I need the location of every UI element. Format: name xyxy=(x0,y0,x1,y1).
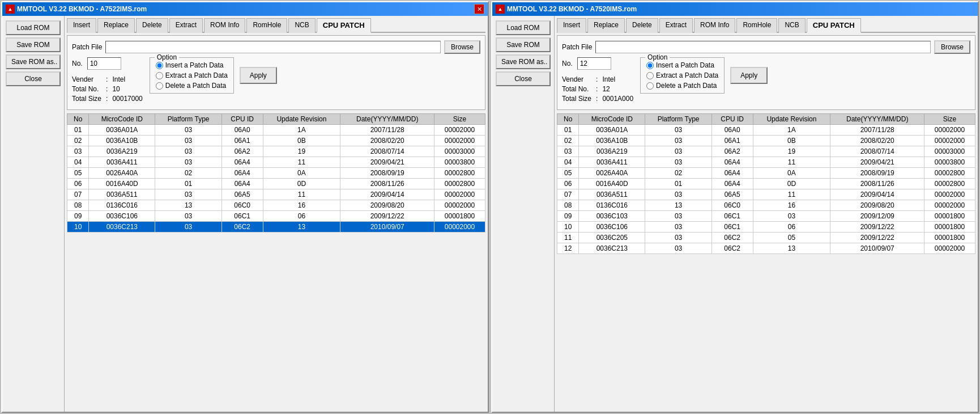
tab-delete-2[interactable]: Delete xyxy=(626,18,658,33)
tab-replace-1[interactable]: Replace xyxy=(97,18,135,33)
info-grid-2: Vender : Intel Total No. : 12 Total Size… xyxy=(562,75,633,103)
table-row[interactable]: 100036C2130306C2132010/09/0700002000 xyxy=(67,222,485,233)
tab-extract-2[interactable]: Extract xyxy=(659,18,693,33)
table-row[interactable]: 070036A5110306A5112009/04/1400002000 xyxy=(557,189,975,200)
window-2: ▲ MMTOOL V3.22 BKMOD - A7520IMS.rom Load… xyxy=(491,1,979,413)
tab-ncb-2[interactable]: NCB xyxy=(778,18,805,33)
table-row[interactable]: 120036C2130306C2132010/09/0700002000 xyxy=(557,243,975,254)
option-row-1a: Insert a Patch Data xyxy=(156,61,228,69)
tab-rom-info-2[interactable]: ROM Info xyxy=(694,18,735,33)
patch-controls-1: No. Vender : Intel Total No. : 10 Total … xyxy=(72,57,480,105)
patch-file-label-1: Patch File xyxy=(72,43,102,51)
table-row[interactable]: 110036C2050306C2052009/12/2200001800 xyxy=(557,233,975,243)
app-icon-2: ▲ xyxy=(496,5,505,14)
browse-btn-1[interactable]: Browse xyxy=(444,40,480,54)
window-1: ▲ MMTOOL V3.22 BKMOD - A7522IMS.rom ✕ Lo… xyxy=(1,1,489,413)
patch-option-col-2: Option Insert a Patch Data Extract a Pat… xyxy=(640,57,768,94)
option-radio-extract-1[interactable] xyxy=(156,72,163,79)
tab-extract-1[interactable]: Extract xyxy=(169,18,203,33)
right-panel-1: Insert Replace Delete Extract ROM Info R… xyxy=(65,16,488,412)
tabs-2: Insert Replace Delete Extract ROM Info R… xyxy=(557,18,975,33)
th-update-revision-1: Update Revision xyxy=(263,114,340,125)
table-area-2: No MicroCode ID Platform Type CPU ID Upd… xyxy=(557,113,975,409)
vender-value-1: Intel xyxy=(112,75,142,83)
tab-insert-1[interactable]: Insert xyxy=(67,18,96,33)
patch-option-col-1: Option Insert a Patch Data Extract a Pat… xyxy=(150,57,277,94)
option-row-2b: Extract a Patch Data xyxy=(646,71,718,79)
tab-ncb-1[interactable]: NCB xyxy=(288,18,315,33)
table-row[interactable]: 080136C0161306C0162009/08/2000002000 xyxy=(557,200,975,211)
th-platform-type-1: Platform Type xyxy=(155,114,222,125)
table-row[interactable]: 010036A01A0306A01A2007/11/2800002000 xyxy=(557,125,975,136)
option-row-1c: Delete a Patch Data xyxy=(156,82,228,90)
option-radio-extract-2[interactable] xyxy=(646,72,654,79)
tab-cpu-patch-2[interactable]: CPU PATCH xyxy=(807,18,861,33)
th-no-2: No xyxy=(557,114,579,125)
table-row[interactable]: 040036A4110306A4112009/04/2100003800 xyxy=(67,157,485,168)
tab-replace-2[interactable]: Replace xyxy=(587,18,625,33)
total-size-value-2: 0001A000 xyxy=(602,95,633,103)
save-rom-as-btn-1[interactable]: Save ROM as.. xyxy=(6,54,61,69)
total-no-label-1: Total No. xyxy=(72,85,101,93)
th-cpu-id-1: CPU ID xyxy=(221,114,263,125)
table-row[interactable]: 070036A5110306A5112009/04/1400002000 xyxy=(67,189,485,200)
table-row[interactable]: 080136C0161306C0162009/08/2000002000 xyxy=(67,200,485,211)
window-title-1: MMTOOL V3.22 BKMOD - A7522IMS.rom xyxy=(17,5,147,13)
no-input-2[interactable] xyxy=(577,57,611,70)
option-label-delete-2: Delete a Patch Data xyxy=(656,82,717,90)
vender-value-2: Intel xyxy=(602,75,633,83)
apply-btn-1[interactable]: Apply xyxy=(240,67,277,84)
table-row[interactable]: 020036A10B0306A10B2008/02/2000002000 xyxy=(557,136,975,146)
table-row[interactable]: 030036A2190306A2192008/07/1400003000 xyxy=(67,146,485,157)
option-radio-delete-1[interactable] xyxy=(156,82,163,90)
option-radio-delete-2[interactable] xyxy=(646,82,654,90)
save-rom-as-btn-2[interactable]: Save ROM as.. xyxy=(496,54,551,69)
patch-area-1: Patch File Browse No. Vender : Intel xyxy=(67,35,485,110)
apply-btn-2[interactable]: Apply xyxy=(730,67,768,84)
table-row[interactable]: 050026A40A0206A40A2008/09/1900002800 xyxy=(557,168,975,179)
tab-romhole-2[interactable]: RomHole xyxy=(736,18,777,33)
th-size-2: Size xyxy=(924,114,975,125)
table-row[interactable]: 090036C1060306C1062009/12/2200001800 xyxy=(67,211,485,222)
no-row-2: No. xyxy=(562,57,633,70)
load-rom-btn-2[interactable]: Load ROM xyxy=(496,20,551,35)
close-window-btn-1[interactable]: ✕ xyxy=(474,4,484,14)
table-row[interactable]: 010036A01A0306A01A2007/11/2800002000 xyxy=(67,125,485,136)
browse-btn-2[interactable]: Browse xyxy=(934,40,970,54)
option-radio-insert-1[interactable] xyxy=(156,62,163,69)
table-row[interactable]: 060016A40D0106A40D2008/11/2600002800 xyxy=(557,179,975,189)
table-row[interactable]: 060016A40D0106A40D2008/11/2600002800 xyxy=(67,179,485,189)
table-row[interactable]: 040036A4110306A4112009/04/2100003800 xyxy=(557,157,975,168)
save-rom-btn-2[interactable]: Save ROM xyxy=(496,37,551,52)
total-no-value-1: 10 xyxy=(112,85,142,93)
option-label-delete-1: Delete a Patch Data xyxy=(165,82,226,90)
table-row[interactable]: 090036C1030306C1032009/12/0900001800 xyxy=(557,211,975,222)
patch-file-input-2[interactable] xyxy=(595,41,931,53)
tab-romhole-1[interactable]: RomHole xyxy=(246,18,287,33)
close-btn-1[interactable]: Close xyxy=(6,71,61,86)
close-btn-2[interactable]: Close xyxy=(496,71,551,86)
table-row[interactable]: 030036A2190306A2192008/07/1400003000 xyxy=(557,146,975,157)
no-input-1[interactable] xyxy=(87,57,121,70)
title-bar-left-2: ▲ MMTOOL V3.22 BKMOD - A7520IMS.rom xyxy=(496,5,637,14)
tab-insert-2[interactable]: Insert xyxy=(557,18,586,33)
tab-cpu-patch-1[interactable]: CPU PATCH xyxy=(317,18,371,33)
option-label-insert-2: Insert a Patch Data xyxy=(656,61,714,69)
option-radio-insert-2[interactable] xyxy=(646,62,654,69)
table-row[interactable]: 050026A40A0206A40A2008/09/1900002800 xyxy=(67,168,485,179)
vender-sep-1: : xyxy=(106,75,108,83)
save-rom-btn-1[interactable]: Save ROM xyxy=(6,37,61,52)
table-row[interactable]: 020036A10B0306A10B2008/02/2000002000 xyxy=(67,136,485,146)
patch-file-input-1[interactable] xyxy=(105,41,441,53)
option-group-1: Option Insert a Patch Data Extract a Pat… xyxy=(150,57,234,94)
tab-rom-info-1[interactable]: ROM Info xyxy=(204,18,245,33)
load-rom-btn-1[interactable]: Load ROM xyxy=(6,20,61,35)
table-header-row-1: No MicroCode ID Platform Type CPU ID Upd… xyxy=(67,114,485,125)
th-size-1: Size xyxy=(434,114,485,125)
no-label-2: No. xyxy=(562,60,573,67)
info-grid-1: Vender : Intel Total No. : 10 Total Size… xyxy=(72,75,143,103)
option-group-title-2: Option xyxy=(645,53,670,61)
tab-delete-1[interactable]: Delete xyxy=(136,18,168,33)
table-row[interactable]: 100036C1060306C1062009/12/2200001800 xyxy=(557,222,975,233)
patch-area-2: Patch File Browse No. Vender : Intel xyxy=(557,35,975,110)
